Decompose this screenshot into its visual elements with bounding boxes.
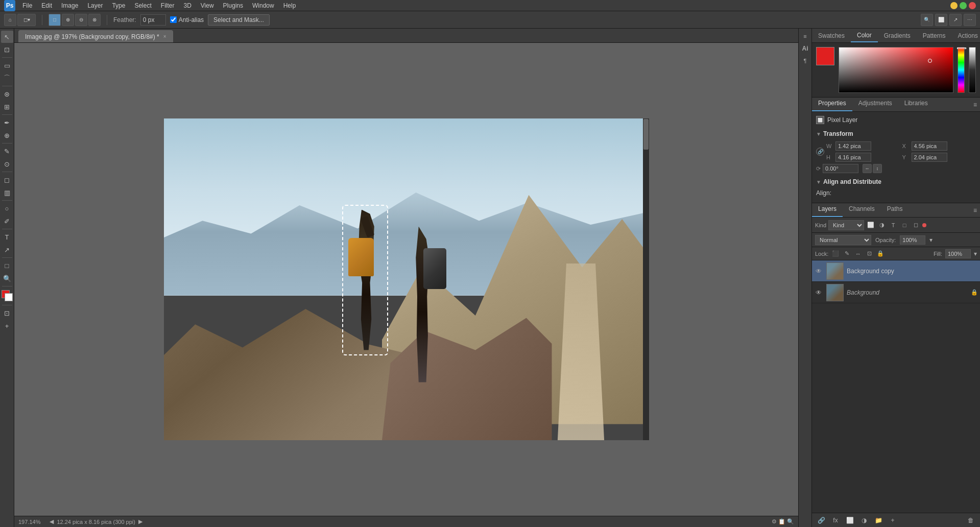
- menu-3d[interactable]: 3D: [179, 1, 195, 10]
- status-next-btn[interactable]: ▶: [137, 518, 144, 525]
- new-layer-btn[interactable]: +: [888, 515, 898, 525]
- layers-tab[interactable]: Layers: [812, 203, 843, 217]
- shape-tool[interactable]: □: [1, 259, 13, 272]
- patterns-tab[interactable]: Patterns: [917, 29, 952, 42]
- zoom-tool[interactable]: 🔍: [1, 272, 13, 284]
- tab-close-button[interactable]: ×: [163, 34, 166, 39]
- actions-tab[interactable]: Actions: [951, 29, 980, 42]
- menu-filter[interactable]: Filter: [157, 1, 179, 10]
- flip-h-btn[interactable]: ↔: [863, 164, 872, 173]
- eraser-tool[interactable]: ◻: [1, 174, 13, 186]
- layer-visibility-eye-1[interactable]: 👁: [814, 267, 823, 276]
- opacity-bar[interactable]: [969, 47, 976, 93]
- menu-window[interactable]: Window: [248, 1, 278, 10]
- add-selection-btn[interactable]: ⊕: [62, 14, 74, 26]
- lock-position-icon[interactable]: ✎: [843, 250, 851, 258]
- background-color[interactable]: [5, 293, 13, 301]
- minimize-button[interactable]: [950, 2, 958, 9]
- lock-all-icon[interactable]: ⊡: [865, 250, 873, 258]
- layer-visibility-eye-2[interactable]: 👁: [814, 288, 823, 297]
- transform-section-header[interactable]: ▼ Transform: [816, 128, 976, 139]
- color-tab[interactable]: Color: [851, 29, 878, 42]
- maximize-button[interactable]: [960, 2, 967, 9]
- move-tool[interactable]: ↖: [1, 31, 13, 43]
- link-proportions-icon[interactable]: 🔗: [816, 148, 824, 156]
- anti-alias-checkbox[interactable]: [170, 16, 177, 23]
- quick-selection-tool[interactable]: ⊛: [1, 88, 13, 100]
- pen-tool[interactable]: ✐: [1, 215, 13, 227]
- properties-tab[interactable]: Properties: [812, 98, 852, 111]
- close-button[interactable]: [969, 2, 976, 9]
- menu-help[interactable]: Help: [279, 1, 300, 10]
- menu-file[interactable]: File: [18, 1, 36, 10]
- menu-plugins[interactable]: Plugins: [219, 1, 247, 10]
- hand-tool[interactable]: +: [1, 320, 13, 332]
- filter-type-icon[interactable]: T: [889, 221, 898, 230]
- blend-mode-select[interactable]: Normal: [815, 235, 871, 245]
- eyedropper-tool[interactable]: ✒: [1, 116, 13, 129]
- document-tab[interactable]: Image.jpg @ 197% (Background copy, RGB/8…: [18, 30, 173, 42]
- link-layers-btn[interactable]: 🔗: [816, 515, 826, 525]
- height-input[interactable]: [835, 153, 871, 162]
- fill-dropdown-icon[interactable]: ▾: [974, 250, 977, 257]
- context-ai-btn[interactable]: Ai: [800, 43, 811, 54]
- opacity-input[interactable]: [900, 235, 925, 245]
- screen-mode-btn[interactable]: ⬜: [935, 14, 947, 26]
- opacity-dropdown-icon[interactable]: ▾: [929, 236, 933, 244]
- gradients-tab[interactable]: Gradients: [878, 29, 917, 42]
- flip-v-btn[interactable]: ↕: [873, 164, 882, 173]
- artboard-tool[interactable]: ⊡: [1, 43, 13, 56]
- feather-input[interactable]: [140, 14, 166, 26]
- context-paragraph-btn[interactable]: ¶: [800, 55, 811, 66]
- new-selection-btn[interactable]: □: [49, 14, 61, 26]
- menu-type[interactable]: Type: [108, 1, 129, 10]
- add-mask-btn[interactable]: ⬜: [845, 515, 855, 525]
- status-prev-btn[interactable]: ◀: [49, 518, 55, 525]
- menu-layer[interactable]: Layer: [83, 1, 107, 10]
- color-swatch[interactable]: [2, 290, 13, 301]
- subtract-selection-btn[interactable]: ⊖: [75, 14, 87, 26]
- search-btn[interactable]: 🔍: [921, 14, 933, 26]
- layer-row-background[interactable]: 👁 Background 🔒: [812, 282, 980, 303]
- menu-view[interactable]: View: [197, 1, 218, 10]
- lasso-options[interactable]: ◻▾: [17, 14, 36, 26]
- intersect-selection-btn[interactable]: ⊗: [88, 14, 101, 26]
- path-select-tool[interactable]: ↗: [1, 244, 13, 256]
- width-input[interactable]: [835, 141, 871, 151]
- context-toggle-1[interactable]: ≡: [800, 31, 811, 42]
- kind-filter-select[interactable]: Kind: [828, 220, 864, 230]
- x-input[interactable]: [912, 141, 947, 151]
- select-mask-button[interactable]: Select and Mask...: [208, 14, 270, 26]
- paths-tab[interactable]: Paths: [881, 203, 909, 217]
- color-spectrum-picker[interactable]: [839, 47, 953, 93]
- rectangular-marquee-tool[interactable]: ▭: [1, 59, 13, 71]
- stamp-tool[interactable]: ⊙: [1, 158, 13, 170]
- layer-row-background-copy[interactable]: 👁 Background copy: [812, 260, 980, 282]
- angle-input[interactable]: [823, 164, 858, 173]
- type-tool[interactable]: T: [1, 231, 13, 243]
- filter-smartobject-icon[interactable]: ◻: [911, 221, 920, 230]
- swatches-tab[interactable]: Swatches: [812, 29, 851, 42]
- menu-edit[interactable]: Edit: [37, 1, 56, 10]
- brush-tool[interactable]: ✎: [1, 145, 13, 157]
- dodge-tool[interactable]: ○: [1, 202, 13, 214]
- channels-tab[interactable]: Channels: [843, 203, 881, 217]
- filter-shape-icon[interactable]: □: [900, 221, 909, 230]
- share-btn[interactable]: ↗: [949, 14, 962, 26]
- crop-tool[interactable]: ⊞: [1, 101, 13, 113]
- gradient-tool[interactable]: ▥: [1, 186, 13, 199]
- add-style-btn[interactable]: fx: [830, 515, 841, 525]
- align-section-header[interactable]: ▼ Align and Distribute: [816, 176, 976, 187]
- menu-select[interactable]: Select: [130, 1, 155, 10]
- lock-pixels-icon[interactable]: ⬛: [831, 250, 840, 258]
- props-menu-btn[interactable]: ≡: [970, 98, 980, 111]
- lasso-tool[interactable]: ⌒: [1, 72, 13, 84]
- more-btn[interactable]: ⋯: [964, 14, 976, 26]
- hue-bar[interactable]: [958, 47, 965, 93]
- vertical-scrollbar-thumb[interactable]: [643, 119, 649, 150]
- lock-icon[interactable]: 🔒: [876, 250, 885, 258]
- filter-pixel-icon[interactable]: ⬜: [866, 221, 875, 230]
- add-adjustment-btn[interactable]: ◑: [859, 515, 869, 525]
- canvas-scroll-area[interactable]: [14, 43, 798, 516]
- libraries-tab[interactable]: Libraries: [898, 98, 934, 111]
